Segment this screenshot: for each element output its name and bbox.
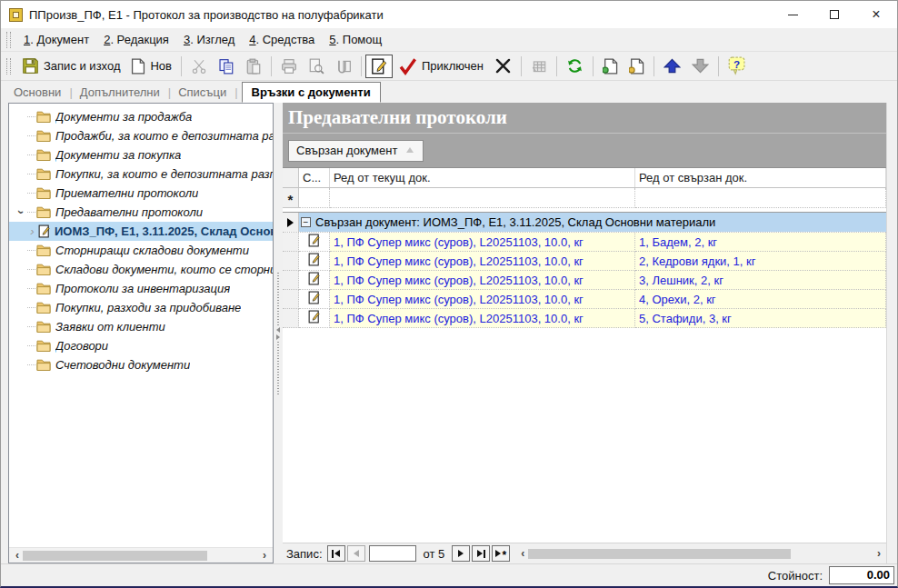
group-row-cell[interactable]: Свързан документ: ИОМЗ_ПФ, Е1, 3.11.2025… (299, 213, 886, 232)
scrollbar-track[interactable] (23, 550, 259, 562)
group-by-box[interactable]: Свързан документ (288, 140, 424, 162)
tree-item[interactable]: Заявки от клиенти (9, 317, 273, 336)
print-preview-button[interactable] (303, 55, 330, 78)
save-exit-button[interactable]: Запис и изход (16, 54, 125, 78)
tree-item[interactable]: Предавателни протоколи (9, 203, 273, 222)
completed-toggle-button[interactable]: Приключен (393, 54, 489, 79)
maximize-button[interactable] (813, 1, 855, 28)
tree-item[interactable]: Счетоводни документи (9, 355, 273, 374)
tree-item[interactable]: Покупки, разходи за придобиване (9, 298, 273, 317)
tree-item[interactable]: Документи за покупка (9, 145, 273, 164)
table-tool-button[interactable] (525, 55, 553, 78)
scroll-left-icon[interactable]: ‹ (12, 550, 23, 561)
tree-item[interactable]: ИОМЗ_ПФ, Е1, 3.11.2025, Склад Основни (9, 222, 273, 241)
copy-button[interactable] (213, 55, 240, 78)
current-doc-line-cell[interactable]: 1, ПФ Супер микс (суров), L20251103, 10.… (330, 233, 635, 252)
tree-item[interactable]: Договори (9, 336, 273, 355)
current-doc-line-cell[interactable]: 1, ПФ Супер микс (суров), L20251103, 10.… (330, 290, 635, 309)
linked-doc-line-cell[interactable]: 1, Бадем, 2, кг (635, 233, 886, 252)
menu-item[interactable]: 2Редакция (96, 30, 176, 49)
splitter-collapse-right-icon[interactable] (276, 334, 280, 340)
table-row[interactable]: 1, ПФ Супер микс (суров), L20251103, 10.… (283, 252, 886, 271)
move-up-button[interactable] (658, 55, 686, 77)
current-doc-line-cell[interactable]: 1, ПФ Супер микс (суров), L20251103, 10.… (330, 271, 635, 290)
tab[interactable]: Списъци (175, 84, 241, 101)
collapse-group-button[interactable] (301, 217, 311, 227)
group-row[interactable]: Свързан документ: ИОМЗ_ПФ, Е1, 3.11.2025… (283, 213, 886, 233)
new-row-linked-cell[interactable] (635, 188, 886, 208)
tree-item-label: Сторниращи складови документи (55, 244, 249, 257)
scroll-left-icon[interactable]: ‹ (517, 548, 528, 559)
previous-record-button[interactable] (347, 545, 365, 562)
tree-connector (27, 135, 35, 136)
tree-item[interactable]: Продажби, за които е депозитната разписк (9, 126, 273, 145)
scrollbar-thumb[interactable] (528, 549, 791, 559)
table-row[interactable]: 1, ПФ Супер микс (суров), L20251103, 10.… (283, 233, 886, 252)
prev-document-button[interactable] (597, 55, 624, 78)
tree-item[interactable]: Документи за продажба (9, 107, 273, 126)
help-button[interactable]: ? (723, 53, 753, 79)
column-header-current-doc[interactable]: Ред от текущ док. (330, 168, 635, 187)
scroll-right-icon[interactable]: › (259, 550, 270, 561)
tree-item[interactable]: Складови документи, които се сторнират (9, 260, 273, 279)
current-doc-line-cell[interactable]: 1, ПФ Супер микс (суров), L20251103, 10.… (330, 309, 635, 328)
tree-item[interactable]: Приемателни протоколи (9, 184, 273, 203)
menu-item[interactable]: 1Документ (16, 30, 96, 49)
tab[interactable]: Основни (10, 84, 76, 101)
linked-doc-line-cell[interactable]: 2, Кедрови ядки, 1, кг (635, 252, 886, 271)
grid-horizontal-scrollbar[interactable]: ‹ › (517, 548, 884, 560)
move-down-button[interactable] (686, 55, 714, 77)
menu-item-label: Документ (36, 33, 89, 46)
scroll-right-icon[interactable]: › (873, 548, 884, 559)
menu-item[interactable]: 3Изглед (176, 30, 242, 49)
tab[interactable]: Връзки с документи (242, 82, 381, 103)
next-record-button[interactable] (452, 545, 470, 562)
toolbar-separator (556, 56, 557, 76)
new-document-button[interactable]: Нов (125, 55, 177, 78)
edit-mode-button[interactable] (365, 55, 393, 78)
tree-item[interactable]: Сторниращи складови документи (9, 241, 273, 260)
scrollbar-thumb[interactable] (23, 551, 207, 561)
linked-doc-line-cell[interactable]: 4, Орехи, 2, кг (635, 290, 886, 309)
folder-icon (36, 264, 51, 275)
new-record-button[interactable]: * (492, 545, 510, 562)
table-row[interactable]: 1, ПФ Супер микс (суров), L20251103, 10.… (283, 290, 886, 309)
column-header-doc[interactable]: С... (299, 168, 330, 187)
table-row[interactable]: 1, ПФ Супер микс (суров), L20251103, 10.… (283, 309, 886, 328)
refresh-button[interactable] (561, 54, 589, 78)
panel-splitter[interactable] (274, 103, 283, 563)
attachment-button[interactable] (330, 55, 357, 78)
menu-item[interactable]: 4Средства (242, 30, 322, 49)
menu-item-label: Изглед (196, 33, 234, 46)
new-row-doc-cell[interactable] (299, 188, 330, 208)
splitter-collapse-left-icon[interactable] (276, 327, 280, 333)
row-doc-cell (299, 271, 330, 290)
new-row[interactable]: * (283, 188, 886, 208)
current-doc-line-cell[interactable]: 1, ПФ Супер микс (суров), L20251103, 10.… (330, 252, 635, 271)
table-row[interactable]: 1, ПФ Супер микс (суров), L20251103, 10.… (283, 271, 886, 290)
tree-item[interactable]: Протоколи за инвентаризация (9, 279, 273, 298)
last-record-button[interactable] (472, 545, 490, 562)
delete-button[interactable] (489, 54, 517, 78)
print-button[interactable] (275, 55, 303, 78)
main-area: Документи за продажба Продажби, за които… (1, 103, 897, 563)
tree-horizontal-scrollbar[interactable]: ‹ › (9, 547, 273, 563)
close-button[interactable]: × (855, 1, 897, 28)
tab[interactable]: Допълнителни (76, 84, 175, 101)
linked-doc-line-cell[interactable]: 5, Стафиди, 3, кг (635, 309, 886, 328)
minimize-button[interactable] (772, 1, 813, 28)
record-number-input[interactable] (369, 545, 416, 562)
document-green-icon (603, 58, 618, 75)
first-record-button[interactable] (327, 545, 345, 562)
row-doc-cell (299, 233, 330, 252)
new-row-current-cell[interactable] (330, 188, 635, 208)
tree-item[interactable]: Покупки, за които е депозитната разписка (9, 164, 273, 184)
menu-item[interactable]: 5Помощ (322, 30, 389, 49)
group-row-indicator (283, 213, 299, 232)
scrollbar-track[interactable] (528, 548, 873, 560)
column-header-linked-doc[interactable]: Ред от свързан док. (635, 168, 886, 187)
linked-doc-line-cell[interactable]: 3, Лешник, 2, кг (635, 271, 886, 290)
cut-button[interactable] (185, 55, 213, 78)
next-document-button[interactable] (624, 55, 650, 78)
paste-button[interactable] (240, 55, 267, 78)
